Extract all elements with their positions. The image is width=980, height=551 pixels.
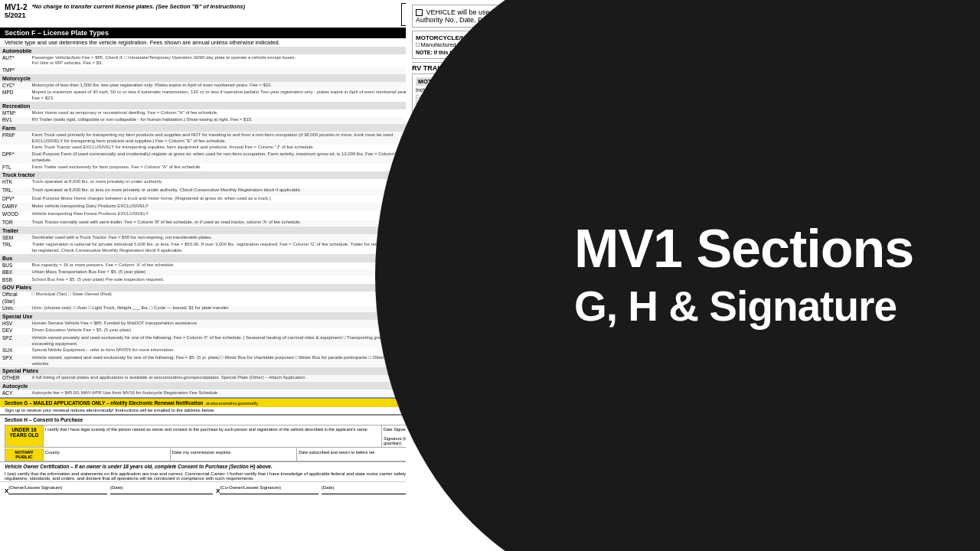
vehicle-cert-header-mini: Vehicle Owner Certification – If an owne… [0, 461, 429, 471]
vehicle-cert-body-mini: I (we) certify that the information and … [0, 471, 429, 481]
table-row: HTK Truck operated at 8,000 lbs. or more… [0, 179, 429, 187]
title-line2: G, H & Signature [574, 283, 897, 330]
no-charge-note: *No charge to transfer current license p… [31, 3, 397, 10]
cat-special-plates: Special Plates [0, 367, 429, 375]
table-row: RV1 RV Trailer (walls rigid, collapsible… [0, 117, 429, 124]
cat-motorcycle: Motorcycle [0, 74, 429, 82]
signature-row-mini: X (Owner/Lessee Signature) (Date) X (Co-… [0, 481, 429, 496]
table-row: HSV Human Service Vehicle Fee = $85. Fun… [0, 320, 429, 327]
cat-bus: Bus [0, 254, 429, 262]
table-row: WOOD Vehicle transporting Raw Forest Pro… [0, 211, 429, 220]
cat-truck: Truck tractor [0, 171, 429, 179]
cat-autocycle: Autocycle [0, 382, 429, 390]
coowner-sig-mini: (Co-Owner/Lessee Signature) [220, 485, 318, 494]
notary-label: NOTARYPUBLIC [5, 448, 44, 461]
table-row: Official (Star) □ Municipal (Tan) □ Stat… [0, 292, 429, 305]
section-h-mini-body: UNDER 18YEARS OLD I certify that I have … [5, 425, 424, 448]
table-row: TOR Truck Tractor normally used with sem… [0, 220, 429, 227]
commission-field: Date my commission expires [171, 448, 298, 461]
county-field: County [44, 448, 171, 461]
table-row: TRL Trailer registration is optional for… [0, 242, 429, 255]
cat-gov: GOV Plates [0, 284, 429, 292]
section-f-subtitle: Vehicle type and use determines the vehi… [0, 38, 429, 47]
table-row: TRL Truck operated at 8,000 lbs. or less… [0, 187, 429, 196]
vehicle-hire-checkbox[interactable] [416, 9, 423, 16]
table-row: DPF* Dual Purpose Farm (if used commerci… [0, 152, 429, 165]
form-id: MV1-2 [5, 3, 27, 11]
table-row: Unm. Unm. (choose one): □ Auto □ Light T… [0, 305, 429, 312]
table-row: DEV Driver Education Vehicle Fee = $5. (… [0, 328, 429, 334]
date-mini: (Date) [110, 485, 213, 494]
table-row: ACY Autocycle fee = $45.00, MAY-APR Use … [0, 390, 429, 396]
title-card: MV1 Sections G, H & Signature [536, 0, 980, 551]
table-row: FTL Farm Trailer used exclusively for fa… [0, 164, 429, 171]
table-row: SEM Semitrailer used with a Truck Tracto… [0, 234, 429, 241]
section-g-mini-body: Sign up to receive your renewal notices … [0, 407, 429, 414]
notary-row: NOTARYPUBLIC County Date my commission e… [5, 448, 424, 461]
table-row: AUT* Passenger Vehicle/Auto Fee = $85. C… [0, 54, 429, 67]
section-g-mini-header: Section G – MAILED APPLICATIONS ONLY – e… [0, 397, 429, 407]
form-header: MV1-2 5/2021 *No charge to transfer curr… [0, 0, 429, 28]
table-row: OTHER A full listing of special plates a… [0, 375, 429, 382]
owner-sig-mini: (Owner/Lessee Signature) [8, 485, 107, 494]
table-row: TMP* [0, 67, 429, 74]
table-row: FRM* Farm Truck used primarily for trans… [0, 132, 429, 145]
section-f-header: Section F – License Plate Types [0, 28, 429, 38]
under18-label: UNDER 18YEARS OLD [5, 425, 44, 447]
cat-recreation: Recreation [0, 102, 429, 109]
cat-farm: Farm [0, 124, 429, 132]
table-row: SPX Vehicle owned, operated and used exc… [0, 354, 429, 367]
certify-text: I certify that I have legal custody of t… [44, 425, 381, 447]
vehicle-type-table: Automobile AUT* Passenger Vehicle/Auto F… [0, 47, 429, 397]
table-row: MPD Moped (a maximum speed of 30 mph, 50… [0, 90, 429, 103]
table-row: BSB School Bus Fee = $5. (5 year plate) … [0, 276, 429, 283]
table-row: CYC* Motorcycle of less than 1,500 lbs. … [0, 82, 429, 89]
table-row: Farm Truck Tractor used EXCLUSIVELY for … [0, 145, 429, 152]
subscribed-field: Date subscribed and sworn to before me [297, 448, 423, 461]
table-row: SUX Special Mobile Equipment – refer to … [0, 347, 429, 354]
table-row: SPZ Vehicle owned privately and used exc… [0, 334, 429, 347]
table-row: MTM* Motor Home used as temporary or rec… [0, 109, 429, 116]
table-row: BBX Urban Mass Transportation Bus Fee = … [0, 269, 429, 276]
cat-special-use: Special Use [0, 312, 429, 320]
table-row: DPV* Dual Purpose Motor Home charges bet… [0, 196, 429, 203]
section-h-mini-header: Section H – Consent to Purchase [0, 414, 429, 424]
title-line1: MV1 Sections [574, 222, 913, 276]
left-panel: MV1-2 5/2021 *No charge to transfer curr… [0, 0, 429, 551]
form-date: 5/2021 [5, 11, 27, 19]
cat-automobile: Automobile [0, 47, 429, 54]
table-row: BUS Bus capacity = 16 or more persons. F… [0, 262, 429, 269]
table-row: DAIRY Motor vehicle transporting Dairy P… [0, 203, 429, 211]
cat-trailer: Trailer [0, 227, 429, 234]
